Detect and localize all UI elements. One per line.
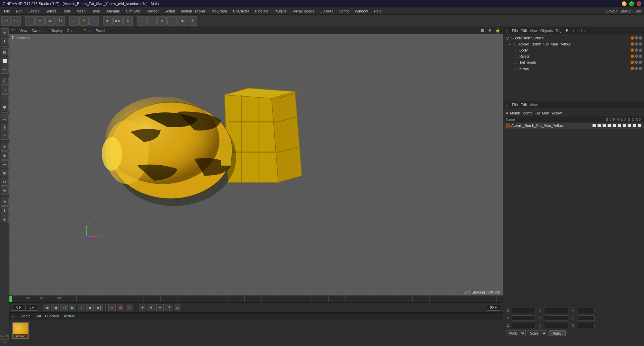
- frame-end-input[interactable]: 90 F: [487, 305, 500, 311]
- x-axis-button[interactable]: X: [69, 16, 79, 26]
- redo-button[interactable]: ↪: [11, 16, 21, 26]
- obj-bookmarks-menu[interactable]: Bookmarks: [566, 29, 585, 33]
- attr-file-menu[interactable]: File: [512, 103, 518, 107]
- vp-options-menu[interactable]: Options: [67, 29, 79, 33]
- vp-cameras-menu[interactable]: Cameras: [32, 29, 47, 33]
- obj-edit-menu[interactable]: Edit: [521, 29, 527, 33]
- scene-mode-button[interactable]: ◉: [177, 16, 187, 26]
- menu-3dtoall[interactable]: 3DToAll: [318, 8, 336, 14]
- obj-tags-menu[interactable]: Tags: [556, 29, 563, 33]
- vp-lock-icon[interactable]: 🔒: [495, 28, 500, 33]
- render-small-button[interactable]: ▶: [103, 16, 113, 26]
- menu-create[interactable]: Create: [26, 8, 42, 14]
- vp-settings-icon[interactable]: ⚙: [488, 28, 491, 33]
- point-mode-button[interactable]: ●: [157, 16, 167, 26]
- move-button[interactable]: ✛: [35, 16, 45, 26]
- x-size-input[interactable]: 0 cm: [545, 308, 568, 313]
- obj-file-menu[interactable]: File: [512, 29, 518, 33]
- attr-obj-layer-row[interactable]: Atomic_Bomb_Fat_Man_Yellow ⬜ ⬜ ⬜ ⬜ ⬜ ⬜ ⬜…: [505, 123, 643, 129]
- twist-tool[interactable]: ↠: [1, 198, 9, 206]
- p-rot-input[interactable]: 0°: [578, 315, 595, 321]
- menu-animate[interactable]: Animate: [104, 8, 123, 14]
- mat-create-menu[interactable]: Create: [19, 314, 31, 318]
- vp-display-menu[interactable]: Display: [50, 29, 63, 33]
- material-atomic[interactable]: Atomic: [12, 322, 29, 339]
- menu-help[interactable]: Help: [371, 8, 385, 14]
- obj-row-body[interactable]: △ Body: [504, 47, 643, 53]
- add-keyframe-all[interactable]: P: [165, 304, 172, 311]
- taper-tool[interactable]: ⬙: [1, 215, 9, 223]
- auto-key-button[interactable]: ⏺: [117, 304, 124, 311]
- menu-select[interactable]: Select: [43, 8, 59, 14]
- move-tool[interactable]: ✛: [1, 37, 9, 45]
- bridge-tool[interactable]: ≈: [1, 94, 9, 102]
- menu-edit[interactable]: Edit: [13, 8, 25, 14]
- undo-button[interactable]: ↩: [1, 16, 11, 26]
- live-select[interactable]: ⊡: [1, 48, 9, 56]
- z-size-input[interactable]: 0 cm: [545, 323, 568, 328]
- maximize-button[interactable]: □: [629, 1, 634, 6]
- weld-tool[interactable]: ⬢: [1, 103, 9, 111]
- light-button[interactable]: ☀: [188, 16, 197, 26]
- motion-clip-button[interactable]: ?: [126, 304, 133, 311]
- timeline-view[interactable]: ≡: [174, 304, 181, 311]
- smooth-brush[interactable]: ~: [1, 132, 9, 140]
- obj-row-tail-bomb[interactable]: △ Tail_bomb: [504, 59, 643, 65]
- menu-script[interactable]: Script: [336, 8, 351, 14]
- object-mode-button[interactable]: □: [167, 16, 177, 26]
- joint-tool[interactable]: ⊙: [1, 186, 9, 195]
- mat-edit-menu[interactable]: Edit: [35, 314, 41, 318]
- frame-start-input[interactable]: 0 F: [12, 305, 26, 311]
- menu-snap[interactable]: Snap: [89, 8, 103, 14]
- more-tools[interactable]: ⊞: [1, 169, 9, 177]
- magnet-tool[interactable]: $: [1, 123, 9, 131]
- menu-file[interactable]: File: [1, 8, 13, 14]
- apply-button[interactable]: Apply: [549, 330, 566, 336]
- z-pos-input[interactable]: 0 cm: [512, 323, 535, 328]
- menu-render[interactable]: Render: [144, 8, 161, 14]
- rect-select[interactable]: ⬜: [1, 57, 9, 65]
- extrude-tool[interactable]: ⬡: [1, 77, 9, 85]
- coord-system-dropdown[interactable]: World Object: [506, 330, 526, 336]
- close-button[interactable]: ✕: [637, 1, 641, 6]
- render-button[interactable]: ▶▶: [113, 16, 123, 26]
- menu-motion-tracker[interactable]: Motion Tracker: [178, 8, 208, 14]
- viewport-canvas[interactable]: Perspective: [9, 34, 503, 296]
- add-keyframe-rot[interactable]: +: [148, 304, 155, 311]
- record-button[interactable]: ●: [108, 304, 116, 311]
- menu-vray-bridge[interactable]: V-Ray Bridge: [290, 8, 317, 14]
- y-size-input[interactable]: 0 cm: [545, 315, 568, 321]
- attr-edit-menu[interactable]: Edit: [521, 103, 527, 107]
- spline-tool[interactable]: ∿: [1, 160, 9, 168]
- new-object-button[interactable]: +: [25, 16, 35, 26]
- knife-tool[interactable]: ⚊: [1, 114, 9, 122]
- bend-tool[interactable]: ↡: [1, 206, 9, 214]
- select-tool[interactable]: ◈: [1, 28, 9, 36]
- scale-button[interactable]: ⇔: [45, 16, 55, 26]
- poly-pen[interactable]: ✏: [1, 66, 9, 74]
- y-axis-button[interactable]: Y: [79, 16, 89, 26]
- menu-simulate[interactable]: Simulate: [123, 8, 143, 14]
- vp-filter-menu[interactable]: Filter: [83, 29, 91, 33]
- paint-tool[interactable]: ✦: [1, 143, 9, 151]
- play-forward-button[interactable]: ▷: [78, 304, 85, 311]
- play-reverse-button[interactable]: ◁: [60, 304, 68, 311]
- obj-row-atomic-bomb[interactable]: ▸ ⬡ Atomic_Bomb_Fat_Man_Yellow: [504, 41, 643, 47]
- h-rot-input[interactable]: 0°: [578, 308, 595, 313]
- rotate-button[interactable]: ↻: [55, 16, 65, 26]
- menu-mograph[interactable]: MoGraph: [209, 8, 230, 14]
- menu-pipeline[interactable]: Pipeline: [252, 8, 271, 14]
- render-settings-button[interactable]: ⚙: [123, 16, 133, 26]
- mat-texture-menu[interactable]: Texture: [63, 314, 75, 318]
- go-start-button[interactable]: |◀: [43, 304, 50, 311]
- go-end-button[interactable]: ▶|: [95, 304, 103, 311]
- ik-tool[interactable]: ⊗: [1, 178, 9, 186]
- add-keyframe-scale[interactable]: +: [156, 304, 164, 311]
- vp-view-menu[interactable]: View: [19, 29, 28, 33]
- menu-sculpt[interactable]: Sculpt: [162, 8, 178, 14]
- menu-window[interactable]: Window: [352, 8, 370, 14]
- bevel-tool[interactable]: ◇: [1, 85, 9, 94]
- menu-character[interactable]: Character: [230, 8, 252, 14]
- attr-view-menu[interactable]: View: [530, 103, 538, 107]
- edge-mode-button[interactable]: ◌: [147, 16, 157, 26]
